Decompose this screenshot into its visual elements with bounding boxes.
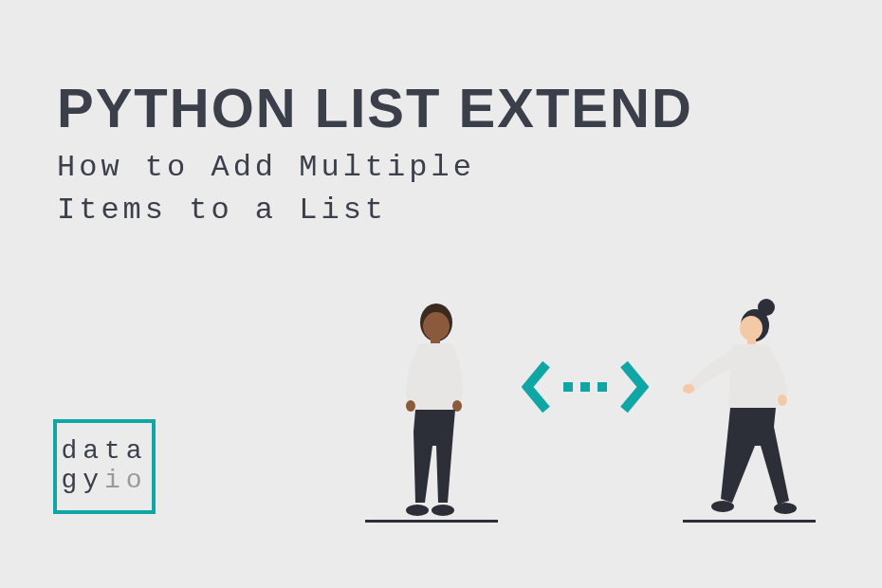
svg-point-11 xyxy=(683,384,694,394)
brand-logo: data gyio xyxy=(53,419,156,514)
svg-point-5 xyxy=(432,505,454,516)
svg-point-6 xyxy=(406,505,429,516)
person-left-icon xyxy=(370,294,493,522)
svg-point-9 xyxy=(740,316,763,340)
svg-point-1 xyxy=(423,312,450,340)
logo-text-line1: data xyxy=(61,437,147,467)
page-title: PYTHON LIST EXTEND xyxy=(57,76,693,139)
logo-io: io xyxy=(104,466,148,495)
chevron-right-icon xyxy=(618,360,649,413)
person-right-icon xyxy=(673,294,825,522)
svg-point-3 xyxy=(406,400,415,412)
svg-point-14 xyxy=(711,501,734,512)
hero-illustration xyxy=(341,285,835,550)
extend-arrows-icon xyxy=(522,360,649,413)
svg-point-13 xyxy=(774,503,797,514)
svg-point-12 xyxy=(778,395,787,406)
page-subtitle: How to Add Multiple Items to a List xyxy=(57,147,579,232)
logo-gy: gy xyxy=(61,466,104,495)
logo-text-line2: gyio xyxy=(61,467,147,496)
dots-icon xyxy=(563,382,607,392)
chevron-left-icon xyxy=(522,360,552,413)
